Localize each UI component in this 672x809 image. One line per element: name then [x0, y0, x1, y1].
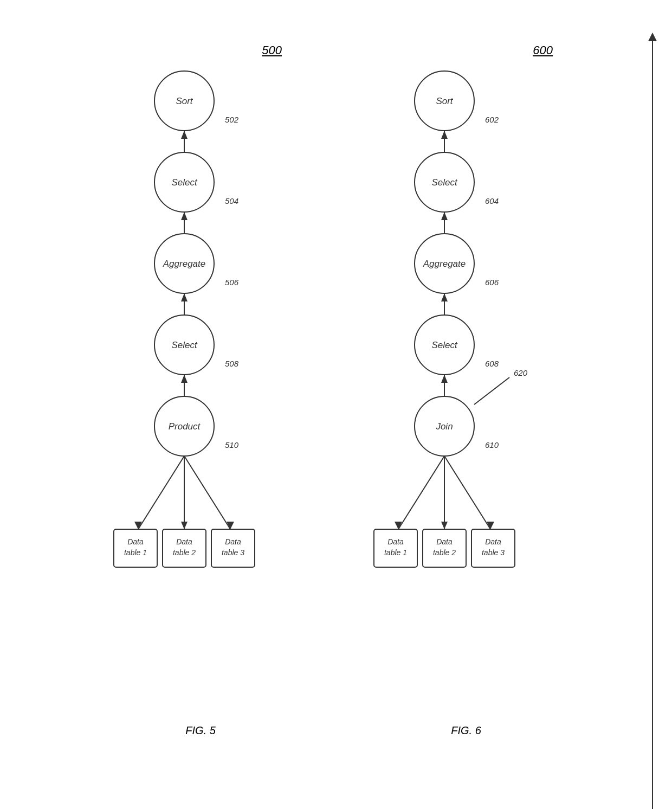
- svg-text:502: 502: [225, 115, 239, 124]
- svg-text:table 1: table 1: [124, 548, 147, 557]
- svg-marker-52: [441, 293, 448, 301]
- fig5-svg: Sort 502 Select 504 Aggregate 506: [114, 68, 287, 708]
- svg-text:Select: Select: [171, 177, 198, 188]
- svg-marker-9: [181, 212, 188, 220]
- svg-text:Data: Data: [436, 537, 453, 546]
- fig5-label: FIG. 5: [185, 724, 216, 737]
- svg-line-23: [138, 456, 184, 529]
- svg-text:620: 620: [514, 368, 528, 377]
- svg-text:610: 610: [485, 440, 499, 450]
- svg-text:Data: Data: [387, 537, 404, 546]
- svg-text:602: 602: [485, 115, 499, 124]
- svg-text:Data: Data: [176, 537, 192, 546]
- svg-marker-42: [441, 131, 448, 139]
- svg-marker-4: [181, 131, 188, 139]
- svg-marker-66: [441, 522, 448, 529]
- svg-marker-19: [181, 375, 188, 383]
- fig5-title: 500: [262, 43, 282, 57]
- diagrams-container: 500 Sort 502 Select 504 Aggregate: [0, 0, 672, 737]
- svg-text:506: 506: [225, 278, 239, 287]
- svg-text:Select: Select: [171, 340, 198, 350]
- svg-text:Data: Data: [127, 537, 144, 546]
- svg-text:504: 504: [225, 196, 238, 206]
- svg-text:table 3: table 3: [482, 548, 505, 557]
- svg-text:608: 608: [485, 359, 499, 368]
- svg-text:Product: Product: [169, 421, 201, 432]
- page: 500 Sort 502 Select 504 Aggregate: [0, 0, 672, 809]
- svg-text:table 3: table 3: [222, 548, 244, 557]
- svg-text:Aggregate: Aggregate: [163, 259, 205, 269]
- svg-text:Aggregate: Aggregate: [423, 259, 466, 269]
- fig6-title: 600: [533, 43, 553, 57]
- figure-5: 500 Sort 502 Select 504 Aggregate: [114, 43, 287, 737]
- svg-text:Select: Select: [431, 340, 458, 350]
- svg-text:Select: Select: [431, 177, 458, 188]
- svg-text:Sort: Sort: [176, 96, 193, 106]
- svg-text:Data: Data: [485, 537, 501, 546]
- figure-6: 600 Sort 602 Select 604 Aggregate: [374, 43, 558, 737]
- fig6-label: FIG. 6: [451, 724, 481, 737]
- fig6-svg: Sort 602 Select 604 Aggregate 606: [374, 68, 558, 708]
- svg-text:Sort: Sort: [436, 96, 453, 106]
- right-arrow: [648, 33, 657, 809]
- svg-text:Join: Join: [435, 421, 453, 432]
- svg-marker-14: [181, 293, 188, 301]
- svg-text:table 2: table 2: [433, 548, 456, 557]
- svg-text:604: 604: [485, 196, 499, 206]
- svg-text:Data: Data: [225, 537, 241, 546]
- svg-line-63: [398, 456, 444, 529]
- svg-marker-26: [181, 522, 188, 529]
- svg-marker-57: [441, 375, 448, 383]
- svg-text:606: 606: [485, 278, 499, 287]
- svg-marker-47: [441, 212, 448, 220]
- svg-text:table 1: table 1: [384, 548, 407, 557]
- svg-line-27: [184, 456, 230, 529]
- svg-line-67: [444, 456, 490, 529]
- svg-text:508: 508: [225, 359, 239, 368]
- svg-text:table 2: table 2: [173, 548, 196, 557]
- svg-text:510: 510: [225, 440, 239, 450]
- svg-line-61: [474, 377, 509, 404]
